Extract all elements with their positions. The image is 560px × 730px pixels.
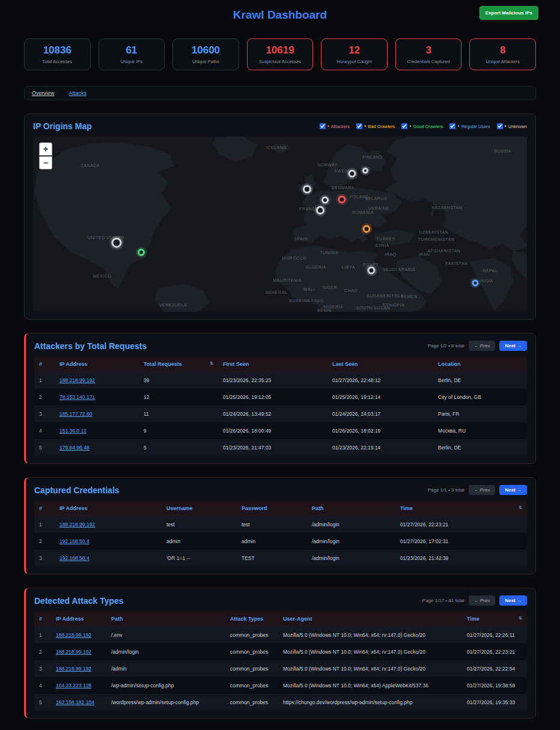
table-cell: 01/26/2026, 18:02:19 [327, 422, 433, 439]
tab-bar: Overview Attacks [24, 86, 536, 100]
table-cell: 01/23/2026, 22:15:14 [327, 439, 433, 456]
ip-cell: 185.177.72.60 [55, 406, 139, 422]
column-header[interactable]: Location [433, 356, 527, 372]
map-marker-unknown[interactable] [348, 170, 356, 178]
legend-checkbox[interactable] [320, 123, 326, 129]
ip-link[interactable]: 188.218.99.192 [56, 649, 91, 655]
map-marker-unknown[interactable] [112, 238, 122, 248]
table-cell: /.env [106, 627, 225, 643]
table-row: 4151.36.0.12901/26/2026, 18:00:4901/26/2… [34, 422, 527, 439]
table-cell: test [237, 516, 307, 533]
tab-overview[interactable]: Overview [32, 90, 55, 96]
prev-button[interactable]: ← Prev [469, 485, 496, 495]
ip-link[interactable]: 188.218.99.192 [56, 632, 91, 638]
next-button[interactable]: Next → [499, 341, 527, 351]
sort-icon[interactable]: ⇅ [210, 361, 213, 366]
legend-item-bad-crawlers[interactable]: •Bad Crawlers [356, 123, 395, 129]
map-marker-unknown[interactable] [362, 168, 368, 174]
map-marker-unknown[interactable] [316, 206, 324, 214]
stat-card-honeypot-caught: 12 Honeypot Caught [321, 38, 388, 70]
map-marker-unknown[interactable] [321, 196, 329, 204]
map-marker-attacker[interactable] [338, 196, 346, 204]
column-header[interactable]: Time⇅ [395, 500, 527, 516]
table-cell: /admin [106, 660, 225, 677]
legend-item-unknown[interactable]: •Unknown [497, 123, 527, 129]
column-header[interactable]: Password [237, 500, 307, 516]
ip-link[interactable]: 188.218.99.192 [59, 522, 95, 528]
next-button[interactable]: Next → [499, 485, 527, 495]
legend-label: Attackers [331, 124, 350, 129]
credentials-table: #IP AddressUsernamePasswordPathTime⇅ 118… [34, 500, 527, 567]
tab-attacks[interactable]: Attacks [69, 90, 87, 96]
sort-icon[interactable]: ⇅ [519, 616, 522, 621]
legend-checkbox[interactable] [449, 123, 455, 129]
export-malicious-ips-button[interactable]: Export Malicious IPs [479, 6, 538, 20]
map-marker-bad-crawler[interactable] [363, 225, 371, 233]
legend-item-good-crawlers[interactable]: •Good Crawlers [401, 123, 443, 129]
table-cell: 'OR 1=1 -- [162, 550, 237, 567]
zoom-in-button[interactable]: + [39, 142, 52, 156]
column-header[interactable]: Username [162, 500, 237, 516]
column-header[interactable]: Attack Types [225, 611, 278, 627]
ip-cell: 188.218.99.192 [51, 643, 106, 660]
table-cell: 01/27/2026, 22:22:54 [462, 660, 527, 677]
ip-link[interactable]: 192.168.50.4 [59, 555, 90, 561]
column-header[interactable]: IP Address [55, 500, 162, 516]
ip-link[interactable]: 188.218.99.192 [59, 377, 95, 383]
ip-link[interactable]: 151.36.0.12 [59, 428, 87, 434]
column-header[interactable]: Total Requests⇅ [139, 356, 218, 372]
legend-item-regular-users[interactable]: •Regular Users [449, 123, 490, 129]
table-cell: /wp-admin/setup-config.php [106, 677, 225, 694]
table-cell: /admin/login [307, 550, 395, 567]
column-header[interactable]: Path [307, 500, 395, 516]
legend-label: Bad Crawlers [368, 124, 395, 129]
table-cell: common_probes [225, 643, 278, 660]
table-cell: 01/27/2026, 19:38:59 [462, 677, 527, 694]
table-cell: 3 [34, 406, 55, 422]
ip-cell: 151.36.0.12 [55, 422, 139, 439]
map-marker-unknown[interactable] [303, 185, 311, 193]
stat-label: Unique Attackers [472, 59, 533, 64]
attackers-title: Attackers by Total Requests [34, 341, 147, 351]
ip-link[interactable]: 176.84.96.48 [59, 445, 90, 451]
map-marker-good-crawler[interactable] [138, 249, 145, 256]
ip-link[interactable]: 162.158.182.104 [56, 699, 94, 705]
column-header[interactable]: # [34, 611, 51, 627]
prev-button[interactable]: ← Prev [469, 595, 496, 606]
legend-dot-icon: • [505, 124, 507, 129]
ip-link[interactable]: 104.23.223.128 [56, 683, 91, 689]
ip-link[interactable]: 185.177.72.60 [59, 411, 92, 417]
prev-button[interactable]: ← Prev [469, 341, 496, 351]
column-header[interactable]: Last Seen [327, 356, 433, 372]
legend-item-attackers[interactable]: •Attackers [320, 123, 350, 129]
zoom-out-button[interactable]: − [39, 156, 52, 169]
column-header[interactable]: IP Address [51, 611, 106, 627]
map-marker-regular-user[interactable] [472, 280, 479, 287]
column-header[interactable]: # [34, 500, 55, 516]
next-button[interactable]: Next → [499, 595, 527, 606]
column-header[interactable]: IP Address [55, 356, 139, 372]
legend-dot-icon: • [327, 124, 329, 129]
column-header[interactable]: First Seen [218, 356, 327, 372]
legend-checkbox[interactable] [356, 123, 362, 129]
ip-link[interactable]: 188.218.99.192 [56, 666, 91, 672]
sort-icon[interactable]: ⇅ [519, 505, 522, 510]
table-cell: 1 [34, 372, 55, 389]
map-marker-unknown[interactable] [368, 267, 376, 275]
column-header[interactable]: Time⇅ [462, 611, 527, 627]
table-row: 2192.168.50.4adminadmin/admin/login01/27… [34, 533, 527, 550]
ip-link[interactable]: 192.168.50.4 [59, 538, 90, 544]
table-cell: 01/23/2026, 21:42:39 [395, 550, 527, 567]
column-header[interactable]: Path [106, 611, 225, 627]
world-map[interactable]: + − CANADAICELANDRUSSIANORWAYSWEDENFINLA… [33, 136, 527, 312]
column-header[interactable]: # [34, 356, 55, 372]
column-header[interactable]: User-Agent [278, 611, 462, 627]
table-cell: https://chungo.dev/wordpress/wp-admin/se… [278, 694, 462, 711]
legend-checkbox[interactable] [497, 123, 503, 129]
header: Krawl Dashboard Export Malicious IPs [24, 5, 536, 25]
table-cell: 11 [139, 406, 218, 422]
legend-checkbox[interactable] [401, 123, 407, 129]
table-cell: 01/27/2026, 17:02:31 [395, 533, 527, 550]
table-cell: 2 [34, 389, 55, 406]
ip-link[interactable]: 78.153.140.171 [59, 394, 95, 400]
